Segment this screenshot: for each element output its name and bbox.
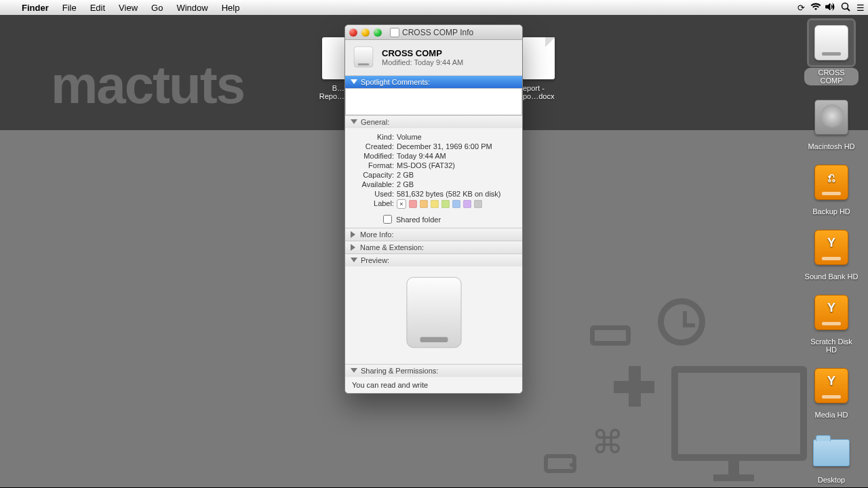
- menu-edit[interactable]: Edit: [83, 3, 112, 13]
- label-blue[interactable]: [452, 200, 460, 208]
- capacity-value: 2 GB: [397, 171, 515, 179]
- volume-name: CROSS COMP: [382, 48, 463, 58]
- label-yellow[interactable]: [431, 200, 439, 208]
- desktop-item-media-hd[interactable]: YMedia HD: [804, 363, 859, 419]
- section-sharing[interactable]: Sharing & Permissions:: [345, 365, 522, 377]
- drive-icon: Y: [814, 230, 848, 265]
- kind-value: Volume: [397, 133, 515, 141]
- label-gray[interactable]: [474, 200, 482, 208]
- menu-view[interactable]: View: [112, 3, 144, 13]
- label-green[interactable]: [441, 200, 450, 208]
- disclosure-triangle-icon: [351, 79, 357, 85]
- desktop-item-cross-comp[interactable]: CROSS COMP: [804, 20, 859, 85]
- svg-line-1: [848, 8, 850, 11]
- notification-center-icon[interactable]: ☰: [853, 3, 868, 13]
- preview-image: [404, 274, 464, 350]
- format-label: Format:: [352, 161, 394, 169]
- label-colors: ×: [397, 199, 515, 209]
- desktop-file-left-label: B…Repo…: [305, 84, 344, 100]
- svg-point-0: [842, 3, 848, 9]
- section-general[interactable]: General:: [345, 116, 522, 128]
- close-button[interactable]: [349, 28, 357, 37]
- volume-modified: Modified: Today 9:44 AM: [382, 58, 463, 66]
- section-spotlight[interactable]: Spotlight Comments:: [345, 76, 522, 88]
- title-bar[interactable]: CROSS COMP Info: [345, 25, 522, 40]
- desktop-item-macintosh-hd[interactable]: Macintosh HD: [804, 95, 859, 150]
- drive-icon: [814, 25, 848, 60]
- desktop-item-desktop[interactable]: Desktop: [804, 428, 859, 484]
- sharing-text: You can read and write: [352, 381, 428, 389]
- kind-label: Kind:: [352, 133, 394, 141]
- svg-rect-3: [358, 63, 369, 65]
- desktop-item-label: Scratch Disk HD: [804, 338, 859, 354]
- desktop-file-right[interactable]: [522, 37, 555, 79]
- created-value: December 31, 1969 6:00 PM: [397, 142, 515, 150]
- label-orange[interactable]: [420, 200, 428, 208]
- available-label: Available:: [352, 180, 394, 188]
- capacity-label: Capacity:: [352, 171, 394, 179]
- section-sharing-label: Sharing & Permissions:: [361, 367, 438, 375]
- section-name-ext-label: Name & Extension:: [360, 243, 424, 251]
- desktop-icons: CROSS COMPMacintosh HD⎌Backup HDYSound B…: [804, 20, 859, 488]
- section-more-info-label: More Info:: [360, 230, 394, 239]
- volume-icon-header: [352, 45, 375, 68]
- brand-text: mactuts: [51, 54, 244, 116]
- used-value: 581,632 bytes (582 KB on disk): [397, 190, 515, 198]
- section-preview-label: Preview:: [361, 256, 389, 264]
- proxy-icon[interactable]: [390, 28, 399, 37]
- desktop-item-label: Media HD: [804, 411, 859, 419]
- desktop-item-label: Macintosh HD: [804, 142, 859, 150]
- disclosure-triangle-icon: [351, 119, 357, 125]
- available-value: 2 GB: [397, 180, 515, 188]
- menu-bar: Finder File Edit View Go Window Help ⟳ ☰: [0, 0, 868, 15]
- drive-icon: Y: [814, 295, 848, 330]
- format-value: MS-DOS (FAT32): [397, 161, 515, 169]
- drive-icon: [814, 100, 848, 135]
- label-purple[interactable]: [463, 200, 471, 208]
- menu-go[interactable]: Go: [144, 3, 170, 13]
- window-title: CROSS COMP Info: [402, 28, 473, 37]
- desktop-item-scratch-disk-hd[interactable]: YScratch Disk HD: [804, 290, 859, 354]
- created-label: Created:: [352, 142, 394, 150]
- section-name-ext[interactable]: Name & Extension:: [345, 241, 522, 253]
- menu-window[interactable]: Window: [170, 3, 214, 13]
- desktop-item-label: Sound Bank HD: [804, 272, 859, 281]
- menu-file[interactable]: File: [56, 3, 83, 13]
- app-menu[interactable]: Finder: [15, 3, 56, 13]
- section-spotlight-label: Spotlight Comments:: [361, 78, 430, 86]
- modified-value: Today 9:44 AM: [397, 152, 515, 160]
- shared-folder-label: Shared folder: [396, 216, 441, 224]
- used-label: Used:: [352, 190, 394, 198]
- volume-icon[interactable]: [823, 3, 838, 13]
- desktop-item-backup-hd[interactable]: ⎌Backup HD: [804, 160, 859, 216]
- label-red[interactable]: [409, 200, 417, 208]
- shared-folder-checkbox[interactable]: [383, 215, 392, 224]
- svg-rect-5: [420, 337, 448, 342]
- label-none[interactable]: ×: [397, 199, 406, 209]
- folder-icon: [813, 439, 850, 466]
- wifi-icon[interactable]: [808, 3, 823, 13]
- desktop-item-sound-bank-hd[interactable]: YSound Bank HD: [804, 225, 859, 281]
- disclosure-triangle-icon: [351, 231, 357, 238]
- desktop-item-label: CROSS COMP: [804, 68, 859, 85]
- modified-label: Modified:: [352, 152, 394, 160]
- info-window: CROSS COMP Info CROSS COMP Modified: Tod…: [344, 24, 523, 394]
- spotlight-icon[interactable]: [838, 2, 853, 14]
- sync-icon[interactable]: ⟳: [793, 3, 808, 13]
- label-label: Label:: [352, 199, 394, 209]
- section-general-label: General:: [361, 118, 389, 126]
- disclosure-triangle-icon: [351, 368, 357, 374]
- spotlight-comments-field[interactable]: [345, 88, 522, 115]
- menu-help[interactable]: Help: [215, 3, 247, 13]
- desktop-item-label: Desktop: [804, 476, 859, 484]
- disclosure-triangle-icon: [351, 258, 357, 264]
- section-more-info[interactable]: More Info:: [345, 228, 522, 241]
- drive-icon: ⎌: [814, 165, 848, 200]
- section-preview[interactable]: Preview:: [345, 254, 522, 266]
- zoom-button[interactable]: [374, 28, 382, 37]
- drive-icon: Y: [814, 368, 848, 403]
- desktop-item-label: Backup HD: [804, 207, 859, 216]
- desktop-file-right-label: …eport -…po…docx: [515, 84, 576, 100]
- disclosure-triangle-icon: [351, 244, 357, 251]
- minimize-button[interactable]: [361, 28, 370, 37]
